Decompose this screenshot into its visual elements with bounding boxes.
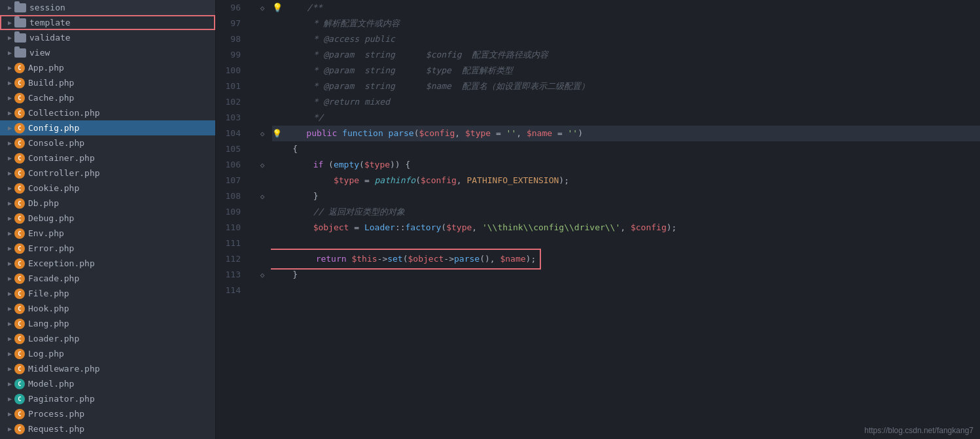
- code-line-107: $type = pathinfo($config, PATHINFO_EXTEN…: [272, 173, 980, 188]
- sidebar-item-session[interactable]: session: [0, 0, 215, 15]
- code-106-text: if (empty($type)) {: [272, 157, 410, 173]
- file-icon-orange: C: [14, 424, 25, 434]
- sidebar-item-Model.php[interactable]: CModel.php: [0, 376, 215, 391]
- tree-arrow: [5, 380, 14, 387]
- tree-arrow: [5, 335, 14, 342]
- gutter-114: [254, 283, 271, 298]
- gutter-109: [254, 204, 271, 220]
- sidebar-item-Container.php[interactable]: CContainer.php: [0, 150, 215, 166]
- sidebar-item-label: Request.php: [28, 424, 84, 434]
- sidebar-item-label: Controller.php: [28, 168, 100, 178]
- sidebar-item-Cache.php[interactable]: CCache.php: [0, 90, 215, 105]
- sidebar-item-Debug.php[interactable]: CDebug.php: [0, 211, 215, 226]
- tree-arrow: [5, 34, 14, 41]
- sidebar-item-Controller.php[interactable]: CController.php: [0, 166, 215, 181]
- file-icon-orange: C: [14, 304, 25, 314]
- sidebar-item-Facade.php[interactable]: CFacade.php: [0, 271, 215, 286]
- code-99-text: * @param string $config 配置文件路径或内容: [272, 47, 548, 63]
- code-line-101: * @param string $name 配置名（如设置即表示二级配置）: [272, 79, 980, 94]
- file-icon-orange: C: [14, 198, 25, 209]
- sidebar-item-template[interactable]: template: [0, 15, 215, 30]
- sidebar-item-label: validate: [29, 33, 71, 43]
- tree-arrow: [5, 139, 14, 147]
- tree-arrow: [5, 109, 14, 116]
- sidebar-item-Cookie.php[interactable]: CCookie.php: [0, 181, 215, 196]
- sidebar-item-label: Facade.php: [28, 273, 79, 283]
- sidebar-item-Middleware.php[interactable]: CMiddleware.php: [0, 361, 215, 376]
- file-icon-teal: C: [14, 379, 25, 389]
- tree-arrow: [5, 410, 14, 417]
- code-line-113: }: [272, 267, 980, 283]
- sidebar-item-label: Log.php: [28, 349, 64, 359]
- file-icon-orange: C: [14, 93, 25, 103]
- sidebar-item-Db.php[interactable]: CDb.php: [0, 196, 215, 211]
- tree-arrow: [5, 395, 14, 402]
- sidebar-item-label: view: [29, 48, 50, 58]
- sidebar-item-Console.php[interactable]: CConsole.php: [0, 135, 215, 150]
- sidebar-item-label: Model.php: [28, 379, 74, 389]
- sidebar-item-Lang.php[interactable]: CLang.php: [0, 316, 215, 331]
- code-line-114: [272, 283, 980, 298]
- line-numbers: 96 97 98 99 100 101 102 103 104 105 106 …: [216, 0, 249, 439]
- sidebar-item-Hook.php[interactable]: CHook.php: [0, 301, 215, 316]
- code-108-text: }: [272, 188, 318, 204]
- tree-arrow: [5, 320, 14, 327]
- tree-arrow: [5, 365, 14, 372]
- sidebar-item-File.php[interactable]: CFile.php: [0, 286, 215, 301]
- sidebar-item-label: Debug.php: [28, 213, 74, 223]
- code-line-109: // 返回对应类型的对象: [272, 204, 980, 220]
- sidebar-item-Build.php[interactable]: CBuild.php: [0, 75, 215, 90]
- code-104-text: public function parse($config, $type = '…: [286, 126, 583, 141]
- folder-icon: [14, 3, 26, 12]
- sidebar-item-view[interactable]: view: [0, 45, 215, 60]
- code-98-text: * @access public: [272, 31, 395, 47]
- sidebar-item-Request.php[interactable]: CRequest.php: [0, 421, 215, 436]
- fold-108[interactable]: ◇: [254, 188, 271, 204]
- sidebar-item-label: Collection.php: [28, 108, 100, 118]
- watermark: https://blog.csdn.net/fangkang7: [864, 426, 973, 435]
- sidebar-item-Loader.php[interactable]: CLoader.php: [0, 331, 215, 346]
- sidebar-item-label: Exception.php: [28, 258, 95, 268]
- tree-arrow: [5, 425, 14, 432]
- fold-113[interactable]: ◇: [254, 267, 271, 283]
- code-editor[interactable]: 96 97 98 99 100 101 102 103 104 105 106 …: [216, 0, 980, 439]
- code-100-text: * @param string $type 配置解析类型: [272, 63, 513, 79]
- sidebar-item-Process.php[interactable]: CProcess.php: [0, 406, 215, 421]
- sidebar-item-label: File.php: [28, 289, 69, 298]
- sidebar-item-App.php[interactable]: CApp.php: [0, 60, 215, 75]
- sidebar-item-Response.php[interactable]: CResponse.php: [0, 436, 215, 439]
- sidebar-item-label: Hook.php: [28, 304, 69, 313]
- file-icon-orange: C: [14, 258, 25, 269]
- sidebar-item-Log.php[interactable]: CLog.php: [0, 346, 215, 361]
- sidebar-item-Error.php[interactable]: CError.php: [0, 241, 215, 256]
- sidebar-item-validate[interactable]: validate: [0, 30, 215, 45]
- file-icon-orange: C: [14, 409, 25, 419]
- gutter-111: [254, 236, 271, 251]
- fold-96[interactable]: ◇: [254, 0, 271, 16]
- sidebar-item-Exception.php[interactable]: CException.php: [0, 256, 215, 271]
- code-114-text: [272, 283, 277, 298]
- file-icon-orange: C: [14, 168, 25, 179]
- file-icon-orange: C: [14, 108, 25, 118]
- sidebar-item-Collection.php[interactable]: CCollection.php: [0, 105, 215, 120]
- gutter-98: [254, 31, 271, 47]
- sidebar-item-Config.php[interactable]: CConfig.php: [0, 120, 215, 135]
- tree-arrow: [5, 245, 14, 252]
- code-line-104: 💡 public function parse($config, $type =…: [272, 126, 980, 141]
- tree-arrow: [5, 169, 14, 177]
- fold-104[interactable]: ◇: [254, 126, 271, 141]
- tree-arrow: [5, 64, 14, 71]
- file-icon-orange: C: [14, 123, 25, 133]
- fold-106[interactable]: ◇: [254, 157, 271, 173]
- gutter-102: [254, 94, 271, 110]
- file-icon-orange: C: [14, 243, 25, 254]
- sidebar-item-label: Config.php: [28, 123, 79, 133]
- file-icon-orange: C: [14, 78, 25, 88]
- folder-icon: [14, 33, 26, 43]
- sidebar-item-Paginator.php[interactable]: CPaginator.php: [0, 391, 215, 406]
- gutter-97: [254, 16, 271, 31]
- file-icon-orange: C: [14, 334, 25, 344]
- sidebar-item-label: App.php: [28, 63, 64, 73]
- tree-arrow: [5, 305, 14, 312]
- sidebar-item-Env.php[interactable]: CEnv.php: [0, 226, 215, 241]
